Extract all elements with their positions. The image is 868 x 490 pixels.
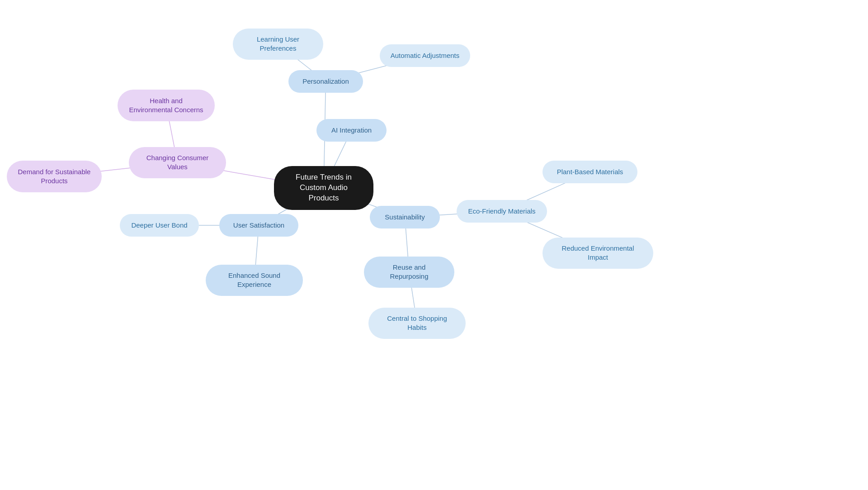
mindmap-container: Future Trends in Custom Audio Products P… xyxy=(0,0,868,490)
demand-sustainable-label: Demand for Sustainable Products xyxy=(17,167,92,186)
eco-friendly-label: Eco-Friendly Materials xyxy=(468,207,535,216)
demand-sustainable-node: Demand for Sustainable Products xyxy=(7,161,102,192)
plant-based-node: Plant-Based Materials xyxy=(542,161,637,183)
ai-integration-node: AI Integration xyxy=(316,119,387,142)
reduced-env-label: Reduced Environmental Impact xyxy=(552,244,643,262)
personalization-label: Personalization xyxy=(302,77,349,86)
learning-user-prefs-node: Learning User Preferences xyxy=(233,29,323,60)
eco-friendly-node: Eco-Friendly Materials xyxy=(457,200,547,223)
personalization-node: Personalization xyxy=(288,70,363,93)
automatic-adjustments-node: Automatic Adjustments xyxy=(380,44,470,67)
changing-consumer-values-node: Changing Consumer Values xyxy=(129,147,226,178)
learning-user-prefs-label: Learning User Preferences xyxy=(243,35,313,53)
health-env-label: Health and Environmental Concerns xyxy=(127,96,205,115)
automatic-adjustments-label: Automatic Adjustments xyxy=(391,51,460,60)
deeper-user-bond-node: Deeper User Bond xyxy=(120,214,199,237)
ai-integration-label: AI Integration xyxy=(331,126,372,135)
enhanced-sound-node: Enhanced Sound Experience xyxy=(206,265,303,296)
user-satisfaction-label: User Satisfaction xyxy=(233,221,284,230)
plant-based-label: Plant-Based Materials xyxy=(557,167,623,176)
central-shopping-label: Central to Shopping Habits xyxy=(378,314,456,333)
reuse-repurposing-label: Reuse and Repurposing xyxy=(374,263,444,281)
deeper-user-bond-label: Deeper User Bond xyxy=(131,221,187,230)
center-node: Future Trends in Custom Audio Products xyxy=(274,166,373,210)
central-shopping-node: Central to Shopping Habits xyxy=(368,308,466,339)
enhanced-sound-label: Enhanced Sound Experience xyxy=(216,271,293,290)
changing-consumer-values-label: Changing Consumer Values xyxy=(139,153,216,172)
sustainability-node: Sustainability xyxy=(370,206,440,228)
reuse-repurposing-node: Reuse and Repurposing xyxy=(364,257,454,288)
connections-svg xyxy=(0,0,868,490)
health-env-node: Health and Environmental Concerns xyxy=(118,90,215,121)
user-satisfaction-node: User Satisfaction xyxy=(219,214,298,237)
reduced-env-node: Reduced Environmental Impact xyxy=(542,238,653,269)
center-label: Future Trends in Custom Audio Products xyxy=(284,172,363,204)
sustainability-label: Sustainability xyxy=(385,213,425,222)
